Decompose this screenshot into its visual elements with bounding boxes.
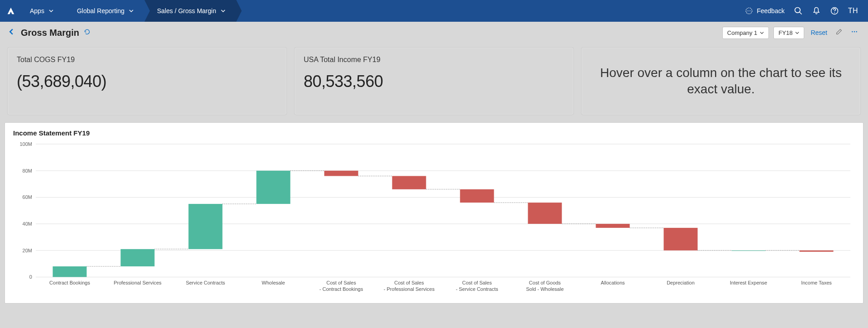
reset-button[interactable]: Reset: [809, 29, 829, 36]
svg-line-5: [799, 12, 801, 14]
refresh-icon: [84, 29, 91, 35]
page-header: Gross Margin Company 1 FY18 Reset: [0, 22, 868, 43]
svg-text:40M: 40M: [23, 221, 32, 227]
svg-text:Cost of Sales: Cost of Sales: [394, 280, 424, 285]
kpi-value: 80,533,560: [304, 72, 564, 91]
user-avatar[interactable]: TH: [848, 7, 858, 15]
page-filters: Company 1 FY18 Reset: [722, 26, 860, 39]
svg-text:- Contract Bookings: - Contract Bookings: [320, 286, 363, 292]
svg-text:80M: 80M: [23, 168, 32, 174]
svg-text:Income Taxes: Income Taxes: [801, 280, 832, 285]
pencil-icon: [835, 28, 843, 35]
svg-text:Contract Bookings: Contract Bookings: [49, 280, 90, 285]
nav-apps-label: Apps: [30, 7, 44, 14]
svg-text:Allocations: Allocations: [601, 280, 625, 285]
svg-point-9: [854, 31, 855, 32]
feedback-button[interactable]: Feedback: [745, 7, 784, 15]
svg-rect-23: [53, 266, 87, 277]
nav-sales-gross-margin-label: Sales / Gross Margin: [157, 7, 216, 14]
svg-text:Interest Expense: Interest Expense: [730, 280, 767, 285]
nav-global-reporting-label: Global Reporting: [77, 7, 124, 14]
svg-text:100M: 100M: [20, 141, 32, 147]
chevron-down-icon: [49, 7, 53, 14]
page-title: Gross Margin: [21, 28, 79, 38]
kpi-row: Total COGS FY19 (53,689,040) USA Total I…: [0, 43, 868, 122]
nav-global-reporting[interactable]: Global Reporting: [64, 0, 144, 22]
top-nav: Apps Global Reporting Sales / Gross Marg…: [0, 0, 868, 22]
more-button[interactable]: [849, 26, 860, 39]
kpi-card-cogs: Total COGS FY19 (53,689,040): [7, 47, 287, 115]
more-horizontal-icon: [851, 28, 858, 35]
svg-text:- Professional Services: - Professional Services: [384, 286, 435, 292]
notifications-button[interactable]: [812, 6, 821, 15]
svg-point-3: [750, 10, 751, 11]
svg-text:0: 0: [29, 274, 32, 280]
svg-point-2: [749, 10, 749, 11]
svg-text:Sold - Wholesale: Sold - Wholesale: [526, 286, 563, 292]
svg-rect-44: [800, 251, 834, 252]
svg-text:Depreciation: Depreciation: [667, 280, 695, 285]
svg-text:Professional Services: Professional Services: [114, 280, 162, 285]
svg-rect-26: [189, 204, 223, 249]
edit-button[interactable]: [834, 26, 844, 39]
svg-text:Wholesale: Wholesale: [262, 280, 285, 285]
refresh-button[interactable]: [84, 29, 91, 37]
svg-point-10: [856, 31, 857, 32]
kpi-card-income: USA Total Income FY19 80,533,560: [294, 47, 574, 115]
fiscal-year-filter-label: FY18: [778, 29, 792, 36]
chevron-down-icon: [129, 7, 134, 14]
help-icon: [830, 6, 839, 15]
svg-point-7: [834, 12, 835, 13]
feedback-icon: [745, 7, 753, 15]
chevron-down-icon: [795, 31, 799, 35]
svg-text:- Service Contracts: - Service Contracts: [456, 286, 498, 292]
bell-icon: [812, 6, 821, 15]
svg-rect-28: [257, 171, 291, 204]
svg-rect-42: [732, 251, 766, 251]
nav-sales-gross-margin[interactable]: Sales / Gross Margin: [144, 0, 236, 22]
svg-text:Service Contracts: Service Contracts: [186, 280, 225, 285]
app-logo[interactable]: [0, 0, 22, 22]
svg-point-8: [852, 31, 853, 32]
chevron-down-icon: [221, 7, 225, 14]
waterfall-chart[interactable]: 020M40M60M80M100MContract BookingsProfes…: [13, 140, 855, 300]
svg-text:Cost of Goods: Cost of Goods: [529, 280, 561, 285]
svg-rect-34: [460, 189, 494, 203]
top-right-actions: Feedback TH: [745, 0, 868, 22]
back-button[interactable]: [8, 29, 14, 37]
svg-text:60M: 60M: [23, 194, 32, 200]
chevron-down-icon: [760, 31, 764, 35]
svg-text:Cost of Sales: Cost of Sales: [462, 280, 492, 285]
kpi-card-hint: Hover over a column on the chart to see …: [581, 47, 861, 115]
chart-card: Income Statement FY19 020M40M60M80M100MC…: [5, 122, 863, 304]
chevron-left-icon: [8, 29, 14, 35]
search-icon: [794, 6, 803, 15]
company-filter-label: Company 1: [727, 29, 757, 36]
svg-rect-36: [528, 203, 562, 224]
svg-rect-38: [596, 224, 630, 228]
svg-text:Cost of Sales: Cost of Sales: [326, 280, 356, 285]
fiscal-year-filter[interactable]: FY18: [773, 27, 804, 39]
search-button[interactable]: [794, 6, 803, 15]
kpi-title: USA Total Income FY19: [304, 56, 564, 64]
svg-rect-30: [324, 171, 358, 176]
kpi-title: Total COGS FY19: [17, 56, 277, 64]
svg-point-1: [747, 10, 748, 11]
help-button[interactable]: [830, 6, 839, 15]
svg-text:20M: 20M: [23, 248, 32, 253]
nav-apps[interactable]: Apps: [22, 0, 64, 22]
company-filter[interactable]: Company 1: [722, 27, 769, 39]
hint-text: Hover over a column on the chart to see …: [591, 65, 851, 98]
svg-rect-40: [664, 228, 698, 251]
kpi-value: (53,689,040): [17, 72, 277, 91]
feedback-label: Feedback: [757, 7, 784, 14]
svg-point-4: [795, 8, 800, 13]
svg-rect-32: [392, 176, 426, 189]
chart-title: Income Statement FY19: [13, 129, 855, 137]
svg-rect-24: [121, 249, 155, 266]
